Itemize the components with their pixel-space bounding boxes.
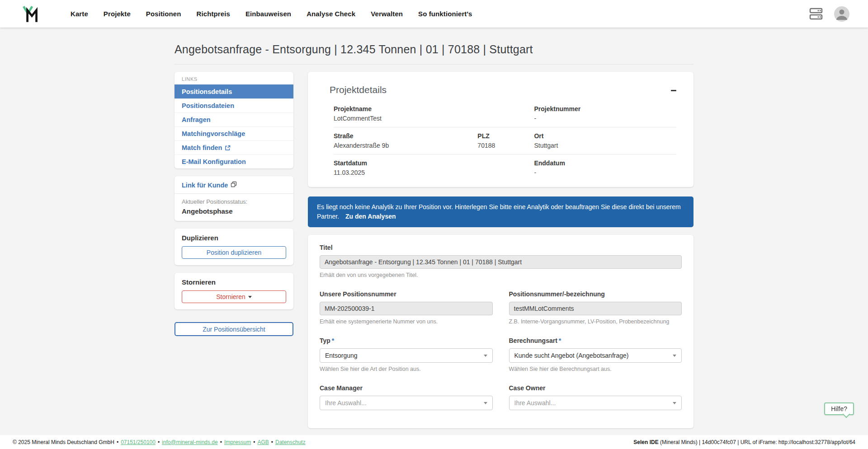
stornieren-button[interactable]: Stornieren [182,290,286,303]
case-owner-placeholder: Ihre Auswahl... [514,399,556,407]
nav-item-positionen[interactable]: Positionen [146,10,181,18]
copyright-text: © 2025 Mineral Minds Deutschland GmbH [13,439,114,445]
typ-field: Typ* Entsorgung Wählen Sie hier die Art … [320,337,493,372]
stornieren-button-label: Stornieren [216,293,245,300]
positionsbezeichnung-help: Z.B. Interne-Vorgangsnummer, LV-Position… [509,318,682,325]
footer-link-email[interactable]: info@mineral-minds.de [162,439,218,445]
case-manager-select[interactable]: Ihre Auswahl... [320,396,493,410]
title-divider [175,64,693,65]
sidebar: LINKS Positionsdetails Positionsdateien … [175,72,293,336]
separator: • [117,439,118,445]
nav-item-richtpreis[interactable]: Richtpreis [197,10,230,18]
sidebar-item-email-konfiguration[interactable]: E-Mail Konfiguration [175,154,293,168]
sidebar-links-card: LINKS Positionsdetails Positionsdateien … [175,72,293,168]
sidebar-item-matchingvorschlaege[interactable]: Matchingvorschläge [175,126,293,140]
nav-item-karte[interactable]: Karte [71,10,88,18]
customer-link-card: Link für Kunde Aktueller Positionsstatus… [175,176,293,221]
cancel-card: Stornieren Stornieren [175,273,293,309]
strasse-label: Straße [334,132,477,140]
strasse-field: Straße Alexanderstraße 9b [334,132,477,149]
projektdetails-title: Projektdetails [330,84,676,95]
link-fuer-kunde[interactable]: Link für Kunde [182,181,286,189]
cancel-title: Stornieren [182,278,286,286]
case-manager-field: Case Manager Ihre Auswahl... [320,384,493,410]
chevron-down-icon [484,402,487,404]
sidebar-item-match-finden[interactable]: Match finden [175,140,293,154]
user-avatar[interactable] [834,6,850,22]
case-owner-label: Case Owner [509,384,682,392]
berechnungsart-label: Berechnungsart* [509,337,682,344]
server-status-icon[interactable] [809,8,823,20]
positionsnummer-label: Unsere Positionsnummer [320,290,493,298]
nav-item-verwalten[interactable]: Verwalten [371,10,403,18]
projektname-value: LotCommentTest [334,115,534,122]
positionsnummer-field: Unsere Positionsnummer Erhält eine syste… [320,290,493,325]
footer-link-agb[interactable]: AGB [257,439,269,445]
top-navbar: Karte Projekte Positionen Richtpreis Ein… [0,0,868,28]
case-owner-field: Case Owner Ihre Auswahl... [509,384,682,410]
plz-field: PLZ 70188 [477,132,534,149]
nav-item-projekte[interactable]: Projekte [104,10,131,18]
footer-link-impressum[interactable]: Impressum [224,439,251,445]
case-manager-label: Case Manager [320,384,493,392]
titel-label: Titel [320,244,682,251]
row-divider [334,127,676,127]
enddatum-value: - [534,169,676,176]
analytik-info-banner: Es liegt noch keine Analytik zu Ihrer Po… [308,196,693,227]
duplicate-title: Duplizieren [182,234,286,242]
nav-item-so-funktionierts[interactable]: So funktioniert's [418,10,472,18]
strasse-value: Alexanderstraße 9b [334,142,477,149]
footer-link-datenschutz[interactable]: Datenschutz [275,439,306,445]
titel-help: Erhält den von uns vorgegebenen Titel. [320,272,682,278]
typ-select[interactable]: Entsorgung [320,348,493,363]
separator: • [220,439,222,445]
footer-right: Selen IDE (Mineral Minds) | 14d00c74fc07… [633,439,855,445]
chevron-down-icon [673,402,676,404]
positionsbezeichnung-input[interactable] [509,302,682,315]
positionsbezeichnung-field: Positionsnummer/-bezeichnung Z.B. Intern… [509,290,682,325]
ide-name: Selen IDE [633,439,658,445]
link-fuer-kunde-label: Link für Kunde [182,182,228,189]
chevron-down-icon [673,355,676,357]
footer: © 2025 Mineral Minds Deutschland GmbH • … [0,435,868,449]
position-form-card: Titel Erhält den von uns vorgegebenen Ti… [308,235,693,428]
ort-value: Stuttgart [534,142,676,149]
sidebar-item-positionsdetails[interactable]: Positionsdetails [175,84,293,98]
berechnungsart-label-text: Berechnungsart [509,337,557,344]
typ-label-text: Typ [320,337,330,344]
zu-den-analysen-link[interactable]: Zu den Analysen [345,213,396,220]
ort-label: Ort [534,132,676,140]
page-title: Angebotsanfrage - Entsorgung | 12.345 To… [175,28,693,56]
footer-left: © 2025 Mineral Minds Deutschland GmbH • … [13,439,306,445]
case-manager-placeholder: Ihre Auswahl... [325,399,367,407]
positionsnummer-input[interactable] [320,302,493,315]
titel-input[interactable] [320,255,682,269]
page-body: Angebotsanfrage - Entsorgung | 12.345 To… [0,28,868,435]
collapse-icon[interactable] [671,90,676,91]
berechnungsart-help: Wählen Sie hier die Berechnungsart aus. [509,366,682,372]
sidebar-item-anfragen[interactable]: Anfragen [175,112,293,126]
sidebar-item-positionsdateien[interactable]: Positionsdateien [175,98,293,112]
nav-item-analyse-check[interactable]: Analyse Check [307,10,355,18]
projektnummer-label: Projektnummer [534,105,676,112]
position-duplizieren-button[interactable]: Position duplizieren [182,246,286,259]
projektdetails-card: Projektdetails Projektname LotCommentTes… [308,72,693,187]
mineral-minds-logo[interactable] [22,5,41,23]
separator: • [158,439,160,445]
nav-item-einbauweisen[interactable]: Einbauweisen [245,10,291,18]
titel-field: Titel Erhält den von uns vorgegebenen Ti… [320,244,682,278]
row-divider [334,154,676,154]
plz-label: PLZ [477,132,534,140]
typ-help: Wählen Sie hier die Art der Position aus… [320,366,493,372]
required-asterisk: * [332,337,334,344]
hilfe-button[interactable]: Hilfe? [824,402,854,415]
case-owner-select[interactable]: Ihre Auswahl... [509,396,682,410]
main-nav: Karte Projekte Positionen Richtpreis Ein… [71,10,472,18]
berechnungsart-select[interactable]: Kunde sucht Angebot (Angebotsanfrage) [509,348,682,363]
position-status-label: Aktueller Positionsstatus: [182,198,286,205]
positionsbezeichnung-label: Positionsnummer/-bezeichnung [509,290,682,298]
zur-positionsuebersicht-button[interactable]: Zur Positionsübersicht [175,322,293,336]
separator: • [271,439,273,445]
card-divider [175,193,293,194]
footer-link-phone[interactable]: 07151/250100 [121,439,156,445]
